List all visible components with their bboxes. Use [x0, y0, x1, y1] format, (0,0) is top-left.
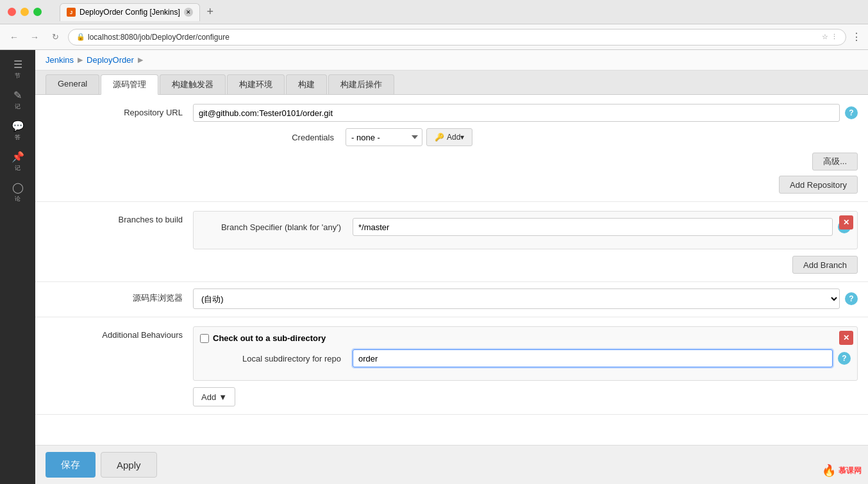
credentials-label: Credentials — [193, 133, 340, 142]
breadcrumb-deployorder[interactable]: DeployOrder — [87, 55, 134, 65]
logo-area: 🔥 慕课网 — [822, 463, 862, 478]
maximize-light[interactable] — [33, 8, 42, 16]
source-browser-row: (自动) ? — [193, 288, 858, 309]
config-tabs: General 源码管理 构建触发器 构建环境 构建 构建后操作 — [35, 71, 868, 95]
star-icon[interactable]: ☆ — [822, 33, 828, 41]
advanced-button[interactable]: 高级... — [812, 153, 858, 171]
add-repository-button[interactable]: Add Repository — [779, 176, 858, 194]
additional-behaviours-content: ✕ Check out to a sub-directory Local sub… — [193, 326, 858, 406]
url-bar[interactable]: 🔒 localhost:8080/job/DeployOrder/configu… — [68, 29, 846, 46]
footer-bar: 保存 Apply — [35, 445, 868, 484]
remove-branch-button[interactable]: ✕ — [839, 215, 853, 229]
url-icons: ☆ ⋮ — [822, 33, 838, 41]
tab-build-triggers[interactable]: 构建触发器 — [160, 74, 226, 94]
pin-icon: 📌 — [12, 151, 24, 163]
url-text: localhost:8080/job/DeployOrder/configure — [88, 33, 230, 42]
add-label: Add▾ — [447, 133, 464, 142]
branches-section: Branches to build ✕ Branch Specifier (bl… — [35, 202, 868, 282]
form-area: Repository URL ? Credentials - none - — [35, 95, 868, 445]
checkout-checkbox[interactable] — [200, 334, 209, 343]
sidebar-label-2: 答 — [15, 133, 21, 142]
tab-title: DeployOrder Config [Jenkins] — [79, 8, 180, 17]
left-sidebar: ☰ 节 ✎ 记 💬 答 📌 记 ◯ 论 — [0, 50, 35, 484]
sidebar-label-4: 论 — [15, 195, 21, 203]
add-branch-button[interactable]: Add Branch — [792, 256, 858, 274]
checkout-title: Check out to a sub-directory — [200, 333, 851, 343]
browser-menu-icon[interactable]: ⋮ — [851, 31, 862, 43]
breadcrumb-jenkins[interactable]: Jenkins — [46, 55, 74, 65]
close-light[interactable] — [8, 8, 16, 16]
breadcrumb-sep-1: ▶ — [138, 56, 143, 64]
tab-general[interactable]: General — [46, 74, 99, 94]
sidebar-label-3: 记 — [15, 164, 21, 172]
tab-post-build[interactable]: 构建后操作 — [328, 74, 394, 94]
repository-url-content: ? Credentials - none - 🔑 — [193, 104, 858, 194]
source-browser-help-icon[interactable]: ? — [845, 292, 858, 305]
repository-url-input[interactable] — [193, 104, 840, 122]
save-button[interactable]: 保存 — [46, 452, 96, 478]
jenkins-content: Jenkins ▶ DeployOrder ▶ General 源码管理 构建触… — [35, 50, 868, 484]
branch-specifier-row: Branch Specifier (blank for 'any') ? — [200, 218, 851, 236]
browser-tab[interactable]: J DeployOrder Config [Jenkins] ✕ — [60, 3, 200, 21]
add-dropdown-button[interactable]: Add ▼ — [193, 387, 235, 406]
add-dropdown-label: Add — [201, 392, 216, 402]
additional-behaviours-label: Additional Behaviours — [46, 326, 193, 406]
sidebar-item-0[interactable]: ☰ 节 — [5, 56, 31, 82]
add-dropdown-row: Add ▼ — [193, 387, 858, 406]
sidebar-item-3[interactable]: 📌 记 — [5, 149, 31, 174]
additional-behaviours-section: Additional Behaviours ✕ Check out to a s… — [35, 317, 868, 415]
branch-specifier-box: ✕ Branch Specifier (blank for 'any') ? — [193, 211, 858, 249]
checkout-title-text: Check out to a sub-directory — [213, 333, 326, 343]
local-subdir-row: Local subdirectory for repo ? — [200, 349, 851, 367]
repository-url-help-icon[interactable]: ? — [845, 106, 858, 119]
source-browser-label: 源码库浏览器 — [46, 288, 193, 309]
credentials-add-button[interactable]: 🔑 Add▾ — [426, 128, 472, 146]
chat-icon: 💬 — [12, 120, 24, 132]
repository-url-label: Repository URL — [46, 104, 193, 194]
local-subdir-help-icon[interactable]: ? — [838, 352, 851, 365]
key-icon: 🔑 — [435, 133, 444, 142]
branch-specifier-label: Branch Specifier (blank for 'any') — [200, 222, 347, 232]
remove-checkout-button[interactable]: ✕ — [839, 331, 853, 345]
forward-button[interactable]: → — [27, 29, 42, 45]
advanced-row: 高级... — [193, 153, 858, 171]
branch-specifier-input[interactable] — [353, 218, 833, 236]
new-tab-button[interactable]: + — [203, 4, 218, 20]
tab-source-management[interactable]: 源码管理 — [101, 74, 158, 95]
checkout-subdirectory-box: ✕ Check out to a sub-directory Local sub… — [193, 326, 858, 381]
local-subdir-label: Local subdirectory for repo — [200, 354, 347, 363]
tab-build[interactable]: 构建 — [286, 74, 327, 94]
source-browser-content: (自动) ? — [193, 288, 858, 309]
credentials-select[interactable]: - none - — [346, 128, 422, 146]
os-titlebar: J DeployOrder Config [Jenkins] ✕ + — [0, 0, 868, 24]
tab-close-button[interactable]: ✕ — [184, 8, 193, 17]
source-browser-section: 源码库浏览器 (自动) ? — [35, 282, 868, 317]
menu-icon[interactable]: ⋮ — [831, 33, 838, 41]
credentials-select-wrapper: - none - 🔑 Add▾ — [346, 128, 472, 146]
source-browser-select[interactable]: (自动) — [193, 288, 840, 309]
apply-button[interactable]: Apply — [101, 452, 157, 478]
breadcrumb: Jenkins ▶ DeployOrder ▶ — [35, 50, 868, 71]
tab-favicon: J — [67, 8, 76, 17]
tab-build-env[interactable]: 构建环境 — [227, 74, 285, 94]
add-branch-row: Add Branch — [193, 256, 858, 274]
dropdown-arrow-icon: ▼ — [219, 392, 227, 402]
minimize-light[interactable] — [21, 8, 29, 16]
add-repository-row: Add Repository — [193, 176, 858, 194]
sidebar-item-4[interactable]: ◯ 论 — [5, 179, 31, 205]
logo-text: 慕课网 — [839, 465, 862, 476]
edit-icon: ✎ — [13, 89, 22, 101]
refresh-button[interactable]: ↻ — [47, 29, 63, 45]
browser-tab-bar: J DeployOrder Config [Jenkins] ✕ + — [54, 3, 860, 22]
repository-url-section: Repository URL ? Credentials - none - — [35, 95, 868, 202]
address-bar: ← → ↻ 🔒 localhost:8080/job/DeployOrder/c… — [0, 24, 868, 50]
sidebar-label-0: 节 — [15, 72, 21, 80]
logo-flame-icon: 🔥 — [822, 463, 836, 478]
sidebar-item-2[interactable]: 💬 答 — [5, 118, 31, 144]
back-button[interactable]: ← — [6, 29, 22, 45]
menu-icon: ☰ — [13, 58, 22, 71]
sidebar-item-1[interactable]: ✎ 记 — [5, 87, 31, 113]
repository-url-row: ? — [193, 104, 858, 122]
branches-content: ✕ Branch Specifier (blank for 'any') ? A… — [193, 211, 858, 274]
local-subdir-input[interactable] — [353, 349, 833, 367]
